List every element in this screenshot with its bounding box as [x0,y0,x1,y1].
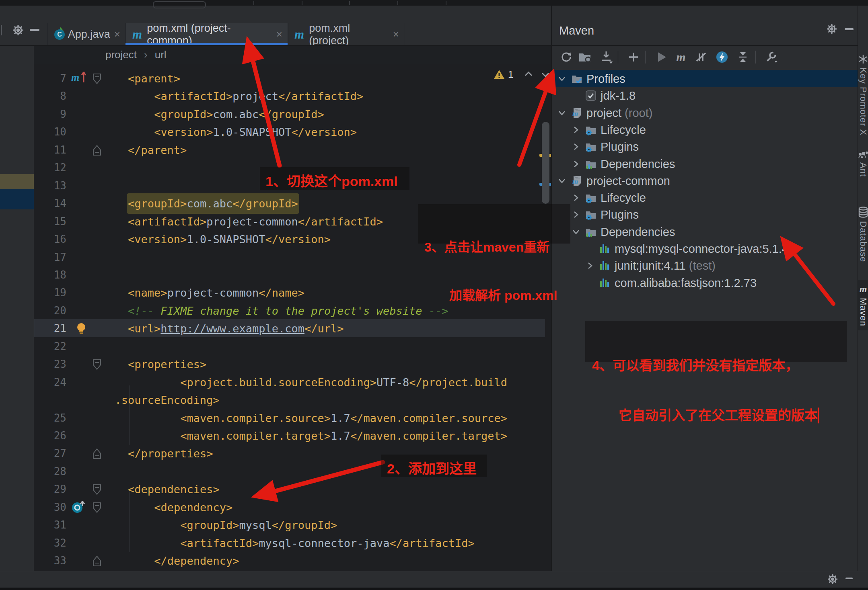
editor-line-30[interactable]: 30<dependency> [34,498,551,516]
line-number: 9 [36,105,66,123]
editor-line-11[interactable]: 11</parent> [34,141,551,159]
code-text: </properties> [128,445,213,463]
maven-tree-item-plugins[interactable]: Plugins [552,138,858,155]
annotation-note-1: 1、切换这个pom.xml [265,170,398,190]
inspection-widget[interactable]: 1 [494,68,551,80]
editor-line-24[interactable]: 24<project.build.sourceEncoding>UTF-8</p… [34,373,551,391]
class-upload-icon[interactable] [71,500,90,518]
generate-sources-icon[interactable] [578,47,592,67]
editor-line-9[interactable]: 9<groupId>com.abc</groupId> [34,105,551,123]
collapse-all-icon[interactable] [736,47,750,67]
editor-line-33[interactable]: 33</dependency> [34,552,551,570]
download-sources-icon[interactable] [599,47,613,67]
stripe-button-maven[interactable]: mMaven [858,280,868,330]
fold-marker-end[interactable] [93,555,101,567]
skip-tests-icon[interactable] [694,47,708,67]
stripe-button-key-promoter-x[interactable]: Key Promoter X [858,54,868,135]
close-icon[interactable]: × [114,28,120,41]
maven-settings-icon[interactable] [764,47,778,67]
fold-marker-start[interactable] [93,359,101,370]
editor-gear-icon[interactable] [12,24,24,38]
chevron-down-icon[interactable] [572,227,580,236]
bottom-minimize-icon[interactable] [845,578,853,579]
chevron-right-icon[interactable] [572,210,580,219]
maven-tree-item-junit-junit-4-11[interactable]: junit:junit:4.11 (test) [552,257,858,274]
code-text: <name>project-common</name> [128,284,304,302]
maven-tree-item-profiles[interactable]: Profiles [552,70,858,87]
chevron-down-icon[interactable] [557,176,566,185]
line-number: 25 [36,409,66,427]
breadcrumb-item-url[interactable]: url [155,49,167,61]
maven-tree-item-com-alibaba-fastjson-1-2-73[interactable]: com.alibaba:fastjson:1.2.73 [552,275,858,291]
fold-marker-start[interactable] [93,73,101,84]
editor-line-wrap[interactable]: .sourceEncoding> [34,391,551,409]
close-icon[interactable]: × [276,28,282,41]
stripe-button-database[interactable]: Database [858,207,868,262]
chevron-down-icon[interactable] [557,109,566,117]
run-icon[interactable] [655,47,668,67]
warning-icon [494,69,505,80]
editor-line-32[interactable]: 32<artifactId>mysql-connector-java</arti… [34,534,551,552]
toggle-offline-icon[interactable] [715,47,729,67]
chevron-right-icon[interactable] [586,261,594,270]
breadcrumb-separator: › [144,49,148,61]
editor-line-10[interactable]: 10<version>1.0-SNAPSHOT</version> [34,123,551,141]
line-number: 31 [36,516,66,534]
stripe-button-ant[interactable]: Ant [858,149,868,177]
tab-app-java[interactable]: CApp.java× [47,23,126,45]
maven-tree-item-jdk-1-8[interactable]: jdk-1.8 [552,87,858,104]
code-text: <artifactId>mysql-connector-java</artifa… [180,534,475,552]
chevron-right-icon[interactable] [572,160,580,168]
maven-minimize-icon[interactable] [845,28,854,30]
fold-marker-start[interactable] [93,484,101,495]
editor-line-22[interactable]: 22 [34,338,551,356]
execute-maven-goal-icon[interactable]: m [674,47,688,67]
tab-label: App.java [68,28,110,41]
maven-toolbar: m [552,47,858,67]
chevron-right-icon[interactable] [572,193,580,202]
editor-line-31[interactable]: 31<groupId>mysql</groupId> [34,516,551,534]
line-number: 16 [36,230,66,248]
toolbar-separator [618,51,618,64]
maven-tree-item-dependencies[interactable]: Dependencies [552,223,858,240]
tab-pom-xml-project-common-[interactable]: mpom.xml (project-common)× [125,23,288,45]
maven-goto-icon[interactable]: m [70,70,89,88]
breadcrumb-item-project[interactable]: project [105,49,137,61]
maven-module-icon: m [571,107,582,119]
reload-all-maven-projects-icon[interactable] [559,47,573,67]
chevron-right-icon[interactable] [572,125,580,134]
maven-tree-item-mysql-mysql-connector-java-5-1-47[interactable]: mysql:mysql-connector-java:5.1.47 [552,240,858,257]
editor-line-7[interactable]: 7m<parent> [34,70,551,88]
add-maven-project-icon[interactable] [627,47,640,67]
tab-pom-xml-project-[interactable]: mpom.xml (project)× [288,23,405,45]
editor-line-21[interactable]: 21<url>http://www.example.com</url> [34,320,551,338]
folder-chart-icon [585,226,596,238]
key-promoter-icon [858,54,868,64]
tab-label: pom.xml (project) [309,22,389,47]
maven-gear-icon[interactable] [826,23,837,36]
editor-scrollbar[interactable] [542,122,549,204]
chevron-right-icon[interactable] [572,142,580,151]
maven-icon: m [132,27,142,42]
fold-marker-end[interactable] [93,145,101,156]
maven-tree-item-lifecycle[interactable]: Lifecycle [552,189,858,206]
bottom-gear-icon[interactable] [827,574,838,586]
maven-tree-item-dependencies[interactable]: Dependencies [552,156,858,172]
close-icon[interactable]: × [393,28,399,41]
editor-line-23[interactable]: 23<properties> [34,355,551,373]
database-icon [858,207,868,218]
editor-line-8[interactable]: 8<artifactId>project</artifactId> [34,87,551,105]
fold-marker-end[interactable] [93,448,101,459]
editor-line-29[interactable]: 29<dependencies> [34,480,551,498]
maven-tree-item-project-common[interactable]: mproject-common [552,172,858,189]
chevron-down-icon[interactable] [557,74,566,83]
checkbox-checked-icon[interactable] [585,90,596,101]
editor-minimize-icon[interactable] [30,29,39,31]
maven-tree-item-plugins[interactable]: Plugins [552,206,858,223]
left-tool-strip [0,46,34,571]
maven-tree-item-project[interactable]: mproject (root) [552,104,858,121]
editor-line-26[interactable]: 26<maven.compiler.target>1.7</maven.comp… [34,427,551,445]
maven-tree-item-lifecycle[interactable]: Lifecycle [552,121,858,138]
fold-marker-start[interactable] [93,502,101,513]
editor-line-25[interactable]: 25<maven.compiler.source>1.7</maven.comp… [34,409,551,427]
